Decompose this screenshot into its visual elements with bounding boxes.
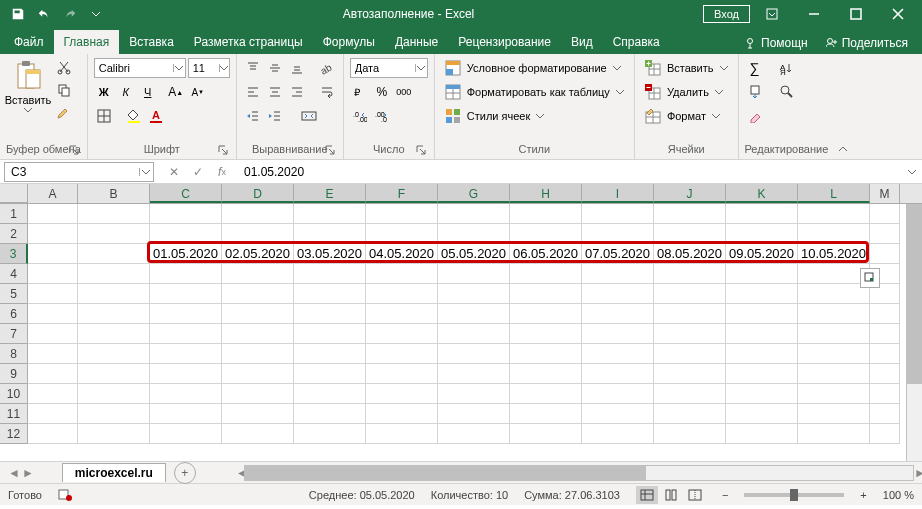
font-color-button[interactable]: A [146,106,166,126]
cell[interactable] [654,404,726,424]
cell[interactable] [870,424,900,444]
cell[interactable] [510,264,582,284]
format-cells-button[interactable]: Формат [641,106,732,126]
cell[interactable] [870,224,900,244]
cell[interactable] [28,424,78,444]
fill-button[interactable] [745,82,765,102]
cell[interactable] [78,364,150,384]
cell[interactable] [78,344,150,364]
cell[interactable] [366,284,438,304]
row-header[interactable]: 6 [0,304,28,324]
cell[interactable] [726,384,798,404]
cell[interactable] [798,204,870,224]
cell[interactable] [654,284,726,304]
cell[interactable] [798,224,870,244]
cell[interactable] [438,424,510,444]
orientation-button[interactable]: ab [317,58,337,78]
cell[interactable] [366,344,438,364]
cell[interactable] [438,384,510,404]
horizontal-scrollbar[interactable] [244,465,914,481]
cell[interactable] [28,264,78,284]
decrease-indent-button[interactable] [243,106,263,126]
signin-button[interactable]: Вход [703,5,750,23]
number-format-combo[interactable] [351,62,415,74]
cell[interactable] [366,224,438,244]
cell[interactable] [294,364,366,384]
cell[interactable] [222,284,294,304]
row-header[interactable]: 3 [0,244,28,264]
cell[interactable] [654,324,726,344]
align-center-button[interactable] [265,82,285,102]
cell[interactable] [726,364,798,384]
column-header[interactable]: H [510,184,582,203]
cell[interactable] [222,364,294,384]
zoom-out-button[interactable]: − [722,489,728,501]
cell[interactable] [150,404,222,424]
cell[interactable] [150,344,222,364]
cell[interactable] [150,204,222,224]
fill-color-button[interactable] [124,106,144,126]
collapse-ribbon-button[interactable] [834,54,852,159]
grow-font-button[interactable]: A▲ [166,82,186,102]
autofill-options-button[interactable] [860,268,880,288]
cell[interactable] [510,224,582,244]
cell[interactable] [150,284,222,304]
cell[interactable] [438,284,510,304]
cell[interactable] [28,224,78,244]
column-header[interactable]: L [798,184,870,203]
cell[interactable]: 02.05.2020 [222,244,294,264]
cell[interactable] [510,344,582,364]
cell[interactable] [726,204,798,224]
shrink-font-button[interactable]: A▼ [188,82,208,102]
formula-bar[interactable] [238,165,902,179]
cell[interactable] [78,264,150,284]
cell[interactable] [78,284,150,304]
cell[interactable] [78,204,150,224]
row-header[interactable]: 12 [0,424,28,444]
align-bottom-button[interactable] [287,58,307,78]
cell[interactable] [294,404,366,424]
sheet-nav-prev[interactable]: ◄ [8,466,20,480]
increase-indent-button[interactable] [265,106,285,126]
row-header[interactable]: 4 [0,264,28,284]
bold-button[interactable]: Ж [94,82,114,102]
cell[interactable] [366,204,438,224]
cell[interactable] [510,204,582,224]
cell[interactable]: 04.05.2020 [366,244,438,264]
cell[interactable] [654,204,726,224]
number-launcher[interactable] [414,143,428,157]
zoom-in-button[interactable]: + [860,489,866,501]
cell[interactable] [654,224,726,244]
cell[interactable] [798,304,870,324]
copy-button[interactable] [54,80,74,100]
cell[interactable] [582,304,654,324]
cell[interactable] [78,384,150,404]
cell[interactable] [582,424,654,444]
row-header[interactable]: 5 [0,284,28,304]
row-header[interactable]: 1 [0,204,28,224]
cell[interactable] [150,384,222,404]
cell[interactable] [654,344,726,364]
cell[interactable] [438,224,510,244]
font-launcher[interactable] [216,143,230,157]
row-header[interactable]: 11 [0,404,28,424]
column-header[interactable]: A [28,184,78,203]
cell[interactable] [28,284,78,304]
cell[interactable] [726,344,798,364]
cell[interactable] [28,344,78,364]
cell[interactable] [150,324,222,344]
cell[interactable]: 01.05.2020 [150,244,222,264]
cell[interactable] [438,204,510,224]
column-header[interactable]: I [582,184,654,203]
cell[interactable] [150,424,222,444]
align-top-button[interactable] [243,58,263,78]
cell[interactable] [28,384,78,404]
cell[interactable] [510,384,582,404]
font-name-combo[interactable] [95,62,173,74]
cell[interactable] [78,244,150,264]
cell[interactable] [366,264,438,284]
cell[interactable]: 06.05.2020 [510,244,582,264]
cell[interactable] [582,224,654,244]
column-header[interactable]: C [150,184,222,203]
cell[interactable] [222,404,294,424]
